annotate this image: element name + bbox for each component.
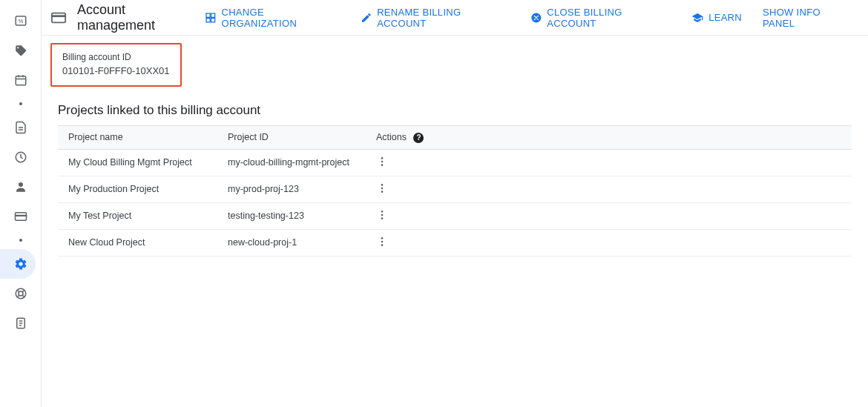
- billing-account-id-value: 010101-F0FFF0-10XX01: [62, 65, 170, 76]
- sidebar-separator: [0, 95, 36, 113]
- document-icon: [14, 121, 27, 134]
- table-header-row: Project name Project ID Actions ?: [58, 126, 852, 150]
- close-circle-icon: [530, 12, 542, 24]
- svg-point-9: [19, 182, 23, 187]
- page-title: Account management: [77, 2, 205, 33]
- row-actions-menu[interactable]: [376, 182, 388, 194]
- svg-point-29: [381, 157, 384, 159]
- rename-billing-button[interactable]: RENAME BILLING ACCOUNT: [361, 7, 510, 29]
- row-actions-menu[interactable]: [376, 236, 388, 248]
- org-icon: [205, 12, 217, 24]
- change-organization-label: CHANGE ORGANIZATION: [221, 7, 339, 29]
- sidebar-item-reports[interactable]: [0, 65, 36, 95]
- svg-rect-22: [52, 13, 65, 22]
- svg-line-16: [22, 290, 24, 292]
- learn-button[interactable]: LEARN: [691, 12, 742, 24]
- svg-point-35: [381, 211, 384, 213]
- table-row: My Production Project my-prod-proj-123: [58, 176, 852, 202]
- svg-text:%: %: [18, 18, 23, 24]
- close-billing-label: CLOSE BILLING ACCOUNT: [547, 7, 671, 29]
- lifesaver-icon: [14, 287, 27, 300]
- clock-icon: [14, 150, 27, 164]
- table-row: My Cloud Billing Mgmt Project my-cloud-b…: [58, 149, 852, 176]
- learn-label: LEARN: [708, 12, 742, 23]
- sidebar-separator: [0, 231, 36, 249]
- card-icon: [14, 210, 27, 223]
- project-name-cell: New Cloud Project: [58, 229, 217, 256]
- close-billing-button[interactable]: CLOSE BILLING ACCOUNT: [530, 7, 671, 29]
- sidebar-item-overview[interactable]: %: [0, 6, 36, 36]
- svg-rect-11: [15, 215, 26, 216]
- svg-rect-26: [206, 18, 210, 21]
- row-actions-menu[interactable]: [376, 156, 388, 168]
- sidebar-item-support[interactable]: [0, 279, 36, 308]
- pencil-icon: [361, 12, 372, 24]
- sidebar-item-payment[interactable]: [0, 202, 36, 231]
- project-id-cell: testing-testing-123: [217, 202, 366, 229]
- svg-point-34: [381, 191, 384, 193]
- percent-icon: %: [14, 14, 27, 27]
- svg-point-39: [381, 240, 384, 242]
- table-row: My Test Project testing-testing-123: [58, 202, 852, 229]
- tag-icon: [14, 44, 27, 57]
- col-project-id: Project ID: [217, 126, 366, 150]
- person-icon: [14, 180, 27, 193]
- change-organization-button[interactable]: CHANGE ORGANIZATION: [205, 7, 340, 29]
- project-id-cell: my-cloud-billing-mgmt-project: [217, 149, 366, 176]
- col-actions: Actions ?: [366, 126, 852, 150]
- gear-icon: [14, 257, 27, 271]
- sidebar-item-settings[interactable]: [0, 249, 36, 279]
- projects-table: Project name Project ID Actions ? My Clo…: [58, 125, 852, 257]
- svg-line-15: [22, 295, 24, 297]
- sidebar-item-history[interactable]: [0, 142, 36, 172]
- sidebar-item-docs[interactable]: [0, 113, 36, 142]
- svg-point-30: [381, 160, 384, 162]
- billing-account-id-label: Billing account ID: [62, 52, 170, 62]
- svg-point-36: [381, 214, 384, 216]
- sidebar: %: [0, 0, 42, 407]
- svg-point-32: [381, 184, 384, 186]
- main: Account management CHANGE ORGANIZATION R…: [42, 0, 868, 407]
- project-name-cell: My Cloud Billing Mgmt Project: [58, 149, 217, 176]
- svg-line-14: [16, 290, 19, 292]
- sidebar-item-logs[interactable]: [0, 308, 36, 338]
- learn-icon: [691, 12, 703, 24]
- svg-point-13: [19, 291, 23, 296]
- svg-rect-24: [206, 13, 210, 17]
- help-icon[interactable]: ?: [413, 133, 424, 143]
- content: Billing account ID 010101-F0FFF0-10XX01 …: [42, 36, 868, 257]
- project-name-cell: My Production Project: [58, 176, 217, 202]
- header-actions: CHANGE ORGANIZATION RENAME BILLING ACCOU…: [205, 7, 853, 29]
- billing-account-card: Billing account ID 010101-F0FFF0-10XX01: [50, 43, 182, 87]
- project-id-cell: my-prod-proj-123: [217, 176, 366, 202]
- svg-rect-2: [16, 76, 26, 85]
- svg-point-33: [381, 187, 384, 189]
- header: Account management CHANGE ORGANIZATION R…: [42, 0, 868, 36]
- svg-rect-27: [211, 18, 214, 21]
- svg-point-37: [381, 217, 384, 219]
- doclist-icon: [14, 317, 27, 330]
- svg-line-17: [16, 295, 19, 297]
- project-name-cell: My Test Project: [58, 202, 217, 229]
- svg-point-31: [381, 164, 384, 166]
- col-project-name: Project name: [58, 126, 217, 150]
- col-actions-label: Actions: [376, 132, 407, 142]
- sidebar-item-pricing[interactable]: [0, 36, 36, 65]
- rename-billing-label: RENAME BILLING ACCOUNT: [377, 7, 509, 29]
- show-info-panel-button[interactable]: SHOW INFO PANEL: [763, 7, 853, 29]
- svg-rect-23: [52, 15, 65, 17]
- table-row: New Cloud Project new-cloud-proj-1: [58, 229, 852, 256]
- svg-rect-25: [211, 13, 214, 17]
- projects-section-title: Projects linked to this billing account: [58, 103, 852, 118]
- calendar-icon: [14, 73, 27, 87]
- dot-icon: [19, 102, 22, 105]
- sidebar-item-users[interactable]: [0, 172, 36, 202]
- row-actions-menu[interactable]: [376, 209, 388, 221]
- svg-point-40: [381, 244, 384, 246]
- dot-icon: [19, 239, 22, 242]
- billing-icon: [50, 10, 67, 26]
- project-id-cell: new-cloud-proj-1: [217, 229, 366, 256]
- svg-point-38: [381, 237, 384, 239]
